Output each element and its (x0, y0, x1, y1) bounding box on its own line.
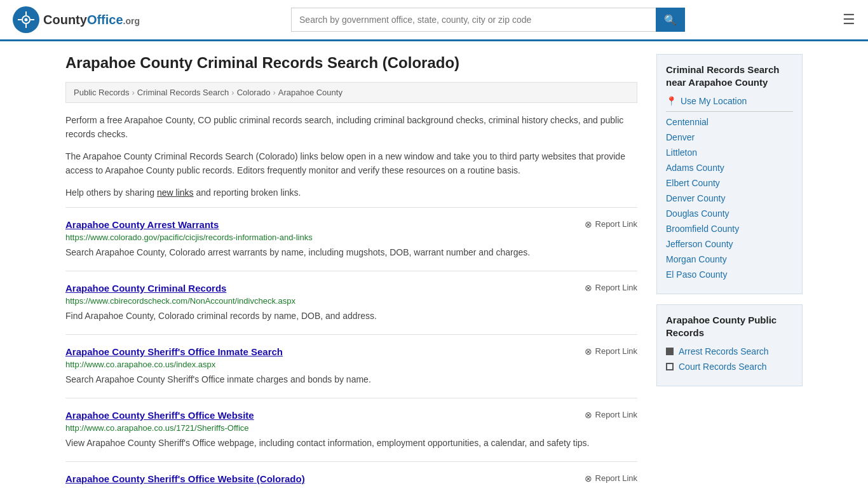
breadcrumb-criminal-records-search[interactable]: Criminal Records Search (137, 88, 229, 97)
resource-item: Arapahoe County Sheriff's Office Inmate … (65, 334, 637, 398)
sidebar-record-link[interactable]: Court Records Search (666, 362, 793, 372)
sidebar-record-link[interactable]: Arrest Records Search (666, 346, 793, 356)
resource-url-sheriff-inmate: http://www.co.arapahoe.co.us/index.aspx (65, 360, 637, 369)
resource-url-criminal-records: https://www.cbirecordscheck.com/NonAccou… (65, 296, 637, 306)
page-title: Arapahoe County Criminal Records Search … (65, 54, 637, 72)
sidebar-nearby-link[interactable]: Littleton (666, 147, 793, 158)
report-icon: ⊗ (585, 219, 592, 229)
resource-desc-sheriff-website: View Arapahoe County Sheriff's Office we… (65, 437, 637, 450)
intro3-prefix: Help others by sharing (65, 187, 157, 198)
intro-text-2: The Arapahoe County Criminal Records Sea… (65, 149, 637, 178)
sidebar-nearby-link[interactable]: Broomfield County (666, 224, 793, 234)
sidebar-nearby-link[interactable]: El Paso County (666, 269, 793, 280)
menu-button[interactable]: ☰ (843, 11, 855, 28)
main-content: Arapahoe County Criminal Records Search … (65, 54, 637, 488)
report-label: Report Link (595, 410, 637, 419)
resource-desc-sheriff-inmate: Search Arapahoe County Sheriff's Office … (65, 373, 637, 386)
report-link-sheriff-website[interactable]: ⊗ Report Link (585, 410, 637, 420)
new-links-link[interactable]: new links (157, 187, 194, 198)
sidebar-divider (666, 111, 793, 112)
intro3-suffix: and reporting broken links. (194, 187, 301, 198)
search-input[interactable] (291, 8, 656, 32)
sidebar-nearby-link[interactable]: Elbert County (666, 178, 793, 188)
resource-title-arrest-warrants[interactable]: Arapahoe County Arrest Warrants (65, 219, 219, 230)
resource-url-arrest-warrants: https://www.colorado.gov/pacific/cicjis/… (65, 233, 637, 242)
sidebar-nearby-link[interactable]: Centennial (666, 117, 793, 127)
resource-url-sheriff-website: http://www.co.arapahoe.co.us/1721/Sherif… (65, 423, 637, 433)
resource-desc-criminal-records: Find Arapahoe County, Colorado criminal … (65, 309, 637, 323)
report-link-sheriff-inmate[interactable]: ⊗ Report Link (585, 346, 637, 356)
location-icon: 📍 (666, 96, 677, 106)
breadcrumb-arapahoe-county: Arapahoe County (278, 88, 342, 97)
resource-title-criminal-records[interactable]: Arapahoe County Criminal Records (65, 283, 226, 294)
sidebar-nearby-links: CentennialDenverLittletonAdams CountyElb… (666, 117, 793, 280)
resource-header: Arapahoe County Sheriff's Office Website… (65, 410, 637, 421)
resource-title-sheriff-inmate[interactable]: Arapahoe County Sheriff's Office Inmate … (65, 346, 283, 357)
record-label: Arrest Records Search (679, 346, 769, 356)
report-link-arrest-warrants[interactable]: ⊗ Report Link (585, 219, 637, 229)
sidebar-records-section: Arapahoe County Public Records Arrest Re… (656, 304, 803, 386)
search-icon: 🔍 (664, 15, 677, 25)
resource-header: Arapahoe County Sheriff's Office Inmate … (65, 346, 637, 357)
resource-desc-arrest-warrants: Search Arapahoe County, Colorado arrest … (65, 246, 637, 259)
intro-text-1: Perform a free Arapahoe County, CO publi… (65, 113, 637, 142)
report-label: Report Link (595, 346, 637, 356)
sidebar-nearby-link[interactable]: Denver County (666, 193, 793, 203)
resource-item: Arapahoe County Sheriff's Office Website… (65, 461, 637, 488)
report-label: Report Link (595, 473, 637, 483)
resource-header: Arapahoe County Criminal Records ⊗ Repor… (65, 283, 637, 294)
sidebar-nearby-link[interactable]: Morgan County (666, 254, 793, 264)
search-area: 🔍 (291, 8, 685, 32)
resources-list: Arapahoe County Arrest Warrants ⊗ Report… (65, 207, 637, 488)
resource-item: Arapahoe County Arrest Warrants ⊗ Report… (65, 207, 637, 271)
report-link-sheriff-website-co[interactable]: ⊗ Report Link (585, 473, 637, 484)
use-my-location-label: Use My Location (681, 96, 747, 106)
sidebar-record-links: Arrest Records SearchCourt Records Searc… (666, 346, 793, 372)
breadcrumb: Public Records › Criminal Records Search… (65, 82, 637, 103)
report-label: Report Link (595, 219, 637, 229)
use-my-location-link[interactable]: 📍 Use My Location (666, 96, 793, 106)
main-container: Arapahoe County Criminal Records Search … (53, 41, 815, 488)
sidebar-nearby-link[interactable]: Jefferson County (666, 239, 793, 249)
search-button[interactable]: 🔍 (656, 8, 685, 32)
logo-icon (13, 6, 39, 33)
logo-area: CountyOffice.org (13, 6, 140, 33)
record-icon (666, 363, 674, 370)
resource-item: Arapahoe County Sheriff's Office Website… (65, 398, 637, 461)
menu-icon: ☰ (843, 11, 855, 27)
sidebar-nearby-link[interactable]: Douglas County (666, 208, 793, 219)
resource-header: Arapahoe County Sheriff's Office Website… (65, 473, 637, 484)
report-icon: ⊗ (585, 410, 592, 420)
record-label: Court Records Search (679, 362, 767, 372)
breadcrumb-colorado[interactable]: Colorado (237, 88, 271, 97)
sidebar-nearby-link[interactable]: Denver (666, 132, 793, 142)
intro-text-3: Help others by sharing new links and rep… (65, 186, 637, 200)
sidebar-section2-title: Arapahoe County Public Records (666, 314, 793, 339)
resource-title-sheriff-website[interactable]: Arapahoe County Sheriff's Office Website (65, 410, 254, 421)
breadcrumb-public-records[interactable]: Public Records (74, 88, 129, 97)
report-link-criminal-records[interactable]: ⊗ Report Link (585, 283, 637, 293)
report-icon: ⊗ (585, 346, 592, 356)
logo-text: CountyOffice.org (43, 13, 140, 27)
record-icon (666, 348, 674, 355)
sidebar: Criminal Records Search near Arapahoe Co… (656, 54, 803, 488)
sidebar-nearby-section: Criminal Records Search near Arapahoe Co… (656, 54, 803, 294)
sidebar-nearby-link[interactable]: Adams County (666, 163, 793, 173)
report-label: Report Link (595, 283, 637, 292)
sidebar-section1-title: Criminal Records Search near Arapahoe Co… (666, 64, 793, 88)
report-icon: ⊗ (585, 283, 592, 293)
resource-item: Arapahoe County Criminal Records ⊗ Repor… (65, 271, 637, 334)
svg-point-6 (25, 18, 28, 22)
site-header: CountyOffice.org 🔍 ☰ (0, 0, 868, 41)
resource-title-sheriff-website-co[interactable]: Arapahoe County Sheriff's Office Website… (65, 473, 305, 484)
report-icon: ⊗ (585, 473, 592, 484)
resource-header: Arapahoe County Arrest Warrants ⊗ Report… (65, 219, 637, 230)
